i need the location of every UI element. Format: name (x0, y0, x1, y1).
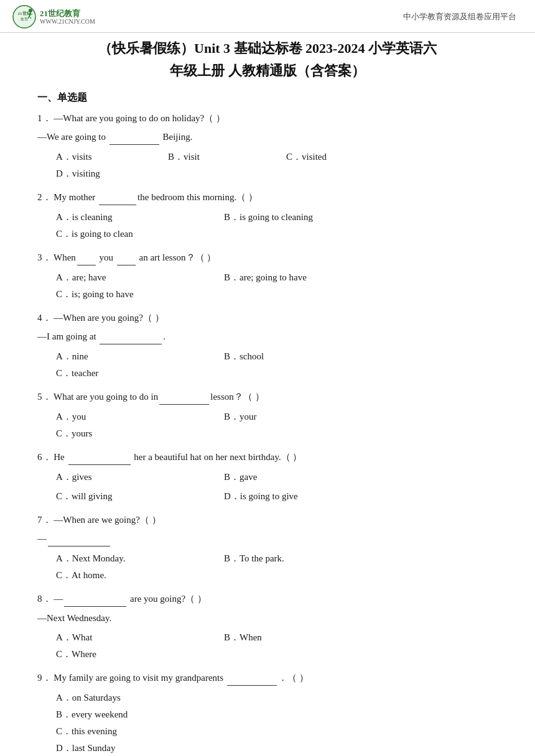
logo-icon: 21世纪 教育 (12, 5, 36, 29)
q5-stem: 5． What are you going to do in lesson？（ … (37, 389, 498, 405)
q3-opt-b: B．are; going to have (224, 269, 392, 286)
page-header: 21世纪 教育 21世纪教育 WWW.21CNJY.COM 中小学教育资源及组卷… (0, 0, 535, 33)
question-1: 1． —What are you going to do on holiday?… (37, 111, 498, 182)
svg-point-0 (13, 6, 35, 28)
q3-stem: 3． When you an art lesson？（ ） (37, 250, 498, 265)
q4-blank (100, 329, 162, 344)
q1-blank (109, 129, 159, 145)
q6-stem: 6． He her a beautiful hat on her next bi… (37, 449, 498, 465)
q5-blank (159, 389, 209, 405)
q8-opt-a: A．What (56, 629, 224, 646)
svg-point-3 (29, 9, 32, 12)
question-9: 9． My family are going to visit my grand… (37, 670, 498, 756)
q2-opt-c: C．is going to clean (56, 226, 174, 242)
q5-options: A．you B．your C．yours (56, 408, 498, 442)
q3-opt-a: A．are; have (56, 269, 224, 286)
question-4: 4． —When are you going?（ ） —I am going a… (37, 310, 498, 382)
q6-blank (68, 449, 131, 465)
q5-opt-c: C．yours (56, 425, 174, 442)
q9-blank (227, 670, 277, 686)
q8-options: A．What B．When C．Where (56, 629, 498, 663)
logo-area: 21世纪 教育 21世纪教育 WWW.21CNJY.COM (12, 5, 95, 29)
main-content: （快乐暑假练）Unit 3 基础达标卷 2023-2024 小学英语六 年级上册… (0, 33, 535, 756)
q1-opt-b: B．visit (168, 149, 286, 165)
q2-stem: 2． My mother the bedroom this morning.（ … (37, 190, 498, 205)
question-3: 3． When you an art lesson？（ ） A．are; hav… (37, 250, 498, 303)
q4-opt-b: B．school (224, 348, 392, 365)
question-5: 5． What are you going to do in lesson？（ … (37, 389, 498, 442)
q7-options: A．Next Monday. B．To the park. C．At home. (56, 550, 498, 584)
q7-num: 7． (37, 515, 52, 525)
q3-blank2 (117, 250, 136, 265)
q7-opt-b: B．To the park. (224, 550, 392, 567)
q3-options: A．are; have B．are; going to have C．is; g… (56, 269, 498, 303)
q3-opt-c: C．is; going to have (56, 286, 174, 303)
q9-opt-c: C．this evening (56, 723, 498, 740)
question-6: 6． He her a beautiful hat on her next bi… (37, 449, 498, 505)
q8-opt-c: C．Where (56, 646, 174, 663)
q1-opt-a: A．visits (56, 149, 168, 165)
q5-opt-a: A．you (56, 408, 224, 425)
q1-options: A．visits B．visit C．visited D．visiting (56, 149, 498, 182)
q1-opt-d: D．visiting (56, 165, 174, 182)
q7-stem: 7． —When are we going?（ ） (37, 512, 498, 527)
q8-stem: 8． — are you going?（ ） (37, 591, 498, 607)
question-7: 7． —When are we going?（ ） — A．Next Monda… (37, 512, 498, 584)
q9-options: A．on Saturdays B．every weekend C．this ev… (56, 689, 498, 756)
q4-options: A．nine B．school C．teacher (56, 348, 498, 382)
q6-num: 6． (37, 452, 52, 462)
q4-opt-c: C．teacher (56, 365, 174, 382)
logo-name: 21世纪教育 (40, 9, 95, 19)
q6-opt-d: D．is going to give (224, 488, 342, 505)
q3-num: 3． (37, 252, 52, 262)
q7-opt-a: A．Next Monday. (56, 550, 224, 567)
q7-opt-c: C．At home. (56, 567, 174, 584)
q2-opt-b: B．is going to cleaning (224, 209, 392, 226)
q9-opt-d: D．last Sunday (56, 740, 498, 756)
q2-options: A．is cleaning B．is going to cleaning C．i… (56, 209, 498, 242)
q8-blank (64, 591, 126, 607)
q6-opt-b: B．gave (224, 469, 342, 486)
question-8: 8． — are you going?（ ） —Next Wednesday. … (37, 591, 498, 663)
q8-opt-b: B．When (224, 629, 392, 646)
question-2: 2． My mother the bedroom this morning.（ … (37, 190, 498, 242)
title-line2: 年级上册 人教精通版（含答案） (37, 62, 498, 80)
q6-opt-c: C．will giving (56, 488, 224, 505)
q2-blank (99, 190, 136, 205)
q9-opt-a: A．on Saturdays (56, 689, 498, 706)
q2-opt-a: A．is cleaning (56, 209, 224, 226)
q4-opt-a: A．nine (56, 348, 224, 365)
q9-num: 9． (37, 673, 52, 683)
logo-text-block: 21世纪教育 WWW.21CNJY.COM (40, 9, 95, 25)
q6-options: A．gives B．gave C．will giving D．is going … (56, 469, 498, 505)
q4-num: 4． (37, 313, 52, 323)
svg-text:教育: 教育 (21, 17, 28, 21)
q1-text: —What are you going to do on holiday?（ ） (54, 113, 225, 123)
q1-opt-c: C．visited (286, 149, 404, 165)
title-line1: （快乐暑假练）Unit 3 基础达标卷 2023-2024 小学英语六 (37, 39, 498, 58)
q9-stem: 9． My family are going to visit my grand… (37, 670, 498, 686)
q1-stem: 1． —What are you going to do on holiday?… (37, 111, 498, 126)
q4-stem: 4． —When are you going?（ ） (37, 310, 498, 325)
q3-blank1 (77, 250, 96, 265)
section1-header: 一、单选题 (37, 91, 498, 104)
q7-blank (48, 531, 110, 546)
q1-stem2: —We are going to Beijing. (37, 129, 498, 145)
q7-stem2: — (37, 531, 498, 546)
logo-url: WWW.21CNJY.COM (40, 18, 95, 25)
q8-stem2: —Next Wednesday. (37, 611, 498, 625)
platform-label: 中小学教育资源及组卷应用平台 (403, 11, 516, 22)
q8-num: 8． (37, 594, 52, 604)
q1-num: 1． (37, 113, 52, 123)
q4-stem2: —I am going at . (37, 329, 498, 344)
exam-title: （快乐暑假练）Unit 3 基础达标卷 2023-2024 小学英语六 年级上册… (37, 39, 498, 80)
q6-opt-a: A．gives (56, 469, 224, 486)
q5-num: 5． (37, 392, 52, 402)
q9-opt-b: B．every weekend (56, 706, 498, 723)
q5-opt-b: B．your (224, 408, 392, 425)
q2-num: 2． (37, 192, 52, 202)
